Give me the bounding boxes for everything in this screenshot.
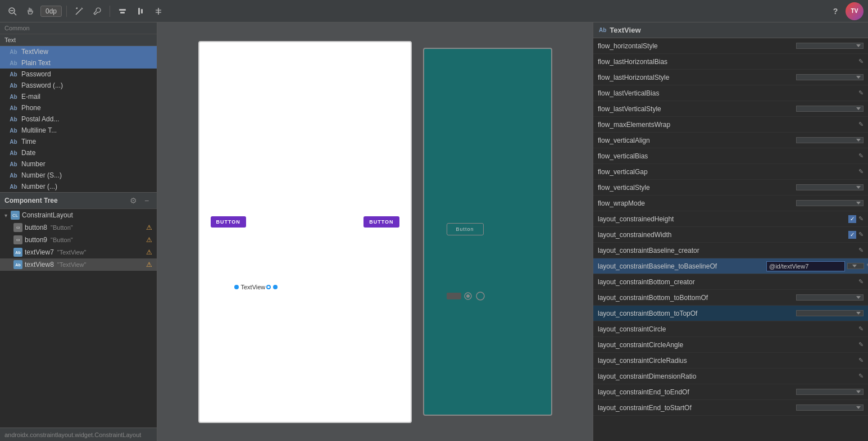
help-button[interactable]: ?: [828, 3, 843, 19]
hand-tool-button[interactable]: [22, 3, 38, 19]
password-icon: Ab: [9, 71, 18, 78]
baseline-tobaselineof-input[interactable]: [766, 261, 845, 271]
prop-row-baseline-creator: layout_constraintBaseline_creator ✎: [593, 243, 868, 258]
button8-type: "Button": [51, 224, 73, 231]
palette-category-common[interactable]: Common: [0, 22, 157, 34]
canvas-handle-right[interactable]: [272, 284, 279, 290]
palette-item-number[interactable]: Ab Number: [0, 158, 157, 170]
tree-item-constraintlayout[interactable]: ▾ CL ConstraintLayout: [0, 209, 157, 221]
prop-edit-icon-dr[interactable]: ✎: [858, 372, 864, 380]
prop-edit-icon-flow-v-gap[interactable]: ✎: [858, 168, 864, 175]
prop-dropdown-baseline-tobaselineof[interactable]: [847, 263, 864, 269]
canvas-area[interactable]: BUTTON BUTTON TextView Button: [157, 22, 593, 441]
tree-item-button9[interactable]: ▭ button9 "Button" ⚠: [0, 234, 157, 246]
textview7-type: "TextView": [57, 249, 87, 256]
textview8-icon: Ab: [13, 260, 22, 269]
prop-row-baseline-tobaselineof: layout_constraintBaseline_toBaselineOf ✎: [593, 258, 868, 274]
palette-item-plaintext-label: Plain Text: [21, 59, 51, 67]
prop-dropdown-bottom-tobottomof[interactable]: [796, 294, 864, 301]
component-tree-collapse-button[interactable]: −: [141, 195, 152, 206]
tree-item-button8[interactable]: ▭ button8 "Button" ⚠: [0, 221, 157, 234]
palette-item-email[interactable]: Ab E-mail: [0, 91, 157, 102]
prop-edit-icon-bc[interactable]: ✎: [858, 247, 864, 254]
palette-item-password2[interactable]: Ab Password (...): [0, 80, 157, 91]
prop-row-bottom-totopof: layout_constraintBottom_toTopOf: [593, 306, 868, 321]
prop-name-flow-wrap: flow_wrapMode: [598, 199, 766, 207]
chain-button[interactable]: [151, 3, 166, 19]
palette-item-numbers[interactable]: Ab Number (S...): [0, 170, 157, 181]
wrench-button[interactable]: [89, 3, 105, 19]
multiline-icon: Ab: [9, 128, 18, 134]
prop-edit-icon-flow-last-h-bias[interactable]: ✎: [858, 58, 864, 65]
phone-light: BUTTON BUTTON TextView: [198, 41, 412, 423]
prop-edit-icon-flow-max[interactable]: ✎: [858, 121, 864, 128]
right-panel: Ab TextView flow_horizontalStyle flow_la…: [593, 22, 868, 441]
prop-dropdown-bottom-totopof[interactable]: [796, 310, 864, 316]
left-panel: Common Text Ab TextView Ab Plain Text Ab…: [0, 22, 157, 441]
prop-edit-icon-ca[interactable]: ✎: [858, 341, 864, 348]
prop-dropdown-flow-last-h-style[interactable]: [796, 74, 864, 80]
date-icon: Ab: [9, 150, 18, 156]
align-v-button[interactable]: [133, 3, 148, 19]
palette-item-password-label: Password: [21, 70, 51, 78]
prop-value-circle-angle: ✎: [766, 341, 864, 348]
palette-item-multiline[interactable]: Ab Multiline T...: [0, 125, 157, 136]
canvas-button1[interactable]: BUTTON: [211, 216, 246, 228]
prop-dropdown-end-tostartof[interactable]: [796, 404, 864, 411]
prop-dropdown-flow-wrap[interactable]: [796, 200, 864, 206]
prop-edit-icon-ch[interactable]: ✎: [858, 215, 864, 222]
prop-edit-icon-flow-last-v-bias[interactable]: ✎: [858, 89, 864, 97]
prop-edit-icon-cw[interactable]: ✎: [858, 231, 864, 238]
prop-edit-icon-flow-v-bias[interactable]: ✎: [858, 152, 864, 160]
palette-item-phone[interactable]: Ab Phone: [0, 102, 157, 113]
component-tree: Component Tree ⚙ − ▾ CL ConstraintLayout…: [0, 192, 157, 428]
button9-name: button9: [25, 236, 47, 244]
prop-name-baseline-creator: layout_constraintBaseline_creator: [598, 247, 766, 254]
prop-edit-icon-boc[interactable]: ✎: [858, 278, 864, 285]
palette-item-password[interactable]: Ab Password: [0, 69, 157, 80]
prop-row-flow-v-align: flow_verticalAlign: [593, 133, 868, 148]
prop-dropdown-end-toendof[interactable]: [796, 389, 864, 395]
prop-row-bottom-tobottomof: layout_constraintBottom_toBottomOf: [593, 290, 868, 306]
constrained-height-checkbox[interactable]: ✓: [848, 215, 856, 223]
zoom-value-pill[interactable]: 0dp: [40, 6, 62, 17]
prop-name-end-tostartof: layout_constraintEnd_toStartOf: [598, 404, 766, 412]
canvas-handle-left[interactable]: [233, 284, 240, 290]
properties-icon: Ab: [599, 27, 606, 33]
canvas-handle-mid[interactable]: [266, 285, 271, 289]
constrained-width-checkbox[interactable]: ✓: [848, 231, 856, 239]
canvas-button2[interactable]: BUTTON: [363, 216, 399, 228]
prop-dropdown-flow-horizontal-style[interactable]: [796, 43, 864, 49]
palette-item-numberd-label: Number (...): [21, 183, 57, 190]
palette-item-time[interactable]: Ab Time: [0, 136, 157, 147]
prop-row-flow-v-bias: flow_verticalBias ✎: [593, 148, 868, 164]
dark-button-outline[interactable]: Button: [447, 223, 484, 235]
prop-value-circle: ✎: [766, 325, 864, 333]
palette-item-postal[interactable]: Ab Postal Add...: [0, 113, 157, 125]
palette-item-password2-label: Password (...): [21, 81, 63, 89]
component-tree-settings-button[interactable]: ⚙: [128, 195, 139, 206]
tree-item-textview8[interactable]: Ab textView8 "TextView" ⚠: [0, 258, 157, 271]
palette-item-plaintext[interactable]: Ab Plain Text: [0, 57, 157, 69]
prop-row-constrained-width: layout_constrainedWidth ✓ ✎: [593, 227, 868, 243]
palette-category-text[interactable]: Text: [0, 34, 157, 46]
prop-edit-icon-cr[interactable]: ✎: [858, 357, 864, 364]
palette-item-textview[interactable]: Ab TextView: [0, 46, 157, 57]
tree-item-textview7[interactable]: Ab textView7 "TextView" ⚠: [0, 246, 157, 258]
prop-dropdown-flow-last-v-style[interactable]: [796, 106, 864, 112]
canvas-textview-container: TextView: [233, 284, 279, 290]
prop-name-flow-last-v-bias: flow_lastVerticalBias: [598, 89, 766, 97]
avatar: TV: [846, 2, 864, 20]
prop-row-flow-last-h-style: flow_lastHorizontalStyle: [593, 70, 868, 85]
prop-name-flow-max-elements: flow_maxElementsWrap: [598, 121, 766, 129]
prop-edit-icon-circle[interactable]: ✎: [858, 325, 864, 333]
magic-wand-button[interactable]: [71, 3, 87, 19]
align-h-button[interactable]: [115, 3, 130, 19]
chevron-icon4: [856, 186, 861, 189]
palette-item-numberd[interactable]: Ab Number (...): [0, 181, 157, 192]
prop-value-bottom-totopof: [766, 310, 864, 316]
prop-dropdown-flow-v-align[interactable]: [796, 137, 864, 143]
prop-dropdown-flow-v-style[interactable]: [796, 184, 864, 190]
palette-item-date[interactable]: Ab Date: [0, 147, 157, 158]
zoom-out-button[interactable]: [4, 3, 20, 19]
